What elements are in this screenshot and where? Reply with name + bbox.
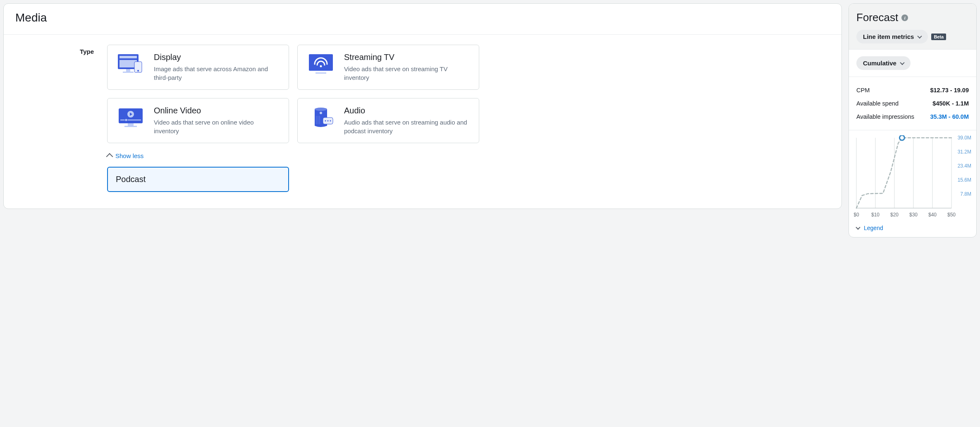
media-title: Media	[15, 11, 830, 24]
svg-point-17	[320, 112, 322, 114]
metric-label: CPM	[856, 87, 870, 94]
svg-rect-1	[120, 56, 137, 58]
dropdown-label: Cumulative	[863, 60, 896, 67]
legend-toggle[interactable]: Legend	[849, 221, 891, 237]
metric-value: $12.73 - 19.09	[930, 87, 969, 94]
svg-text:$20: $20	[890, 212, 899, 218]
svg-text:15.6M: 15.6M	[958, 177, 971, 183]
media-card-audio[interactable]: Audio Audio ads that serve on streaming …	[297, 98, 479, 143]
show-less-toggle[interactable]: Show less	[107, 152, 143, 159]
metric-label: Available spend	[856, 100, 899, 107]
beta-badge: Beta	[931, 34, 946, 40]
media-panel: Media Type	[3, 3, 842, 209]
chevron-down-icon	[900, 60, 904, 65]
info-icon[interactable]: i	[901, 14, 908, 21]
svg-point-16	[315, 108, 327, 111]
svg-text:31.2M: 31.2M	[958, 149, 971, 155]
svg-rect-4	[123, 72, 134, 73]
line-item-metrics-dropdown[interactable]: Line item metrics	[856, 30, 928, 43]
chevron-down-icon	[856, 225, 860, 230]
svg-text:39.0M: 39.0M	[958, 135, 971, 141]
svg-point-23	[327, 120, 329, 122]
media-card-streaming-tv[interactable]: Streaming TV Video ads that serve on str…	[297, 45, 479, 90]
online-video-icon	[116, 106, 146, 129]
metric-row-cpm: CPM $12.73 - 19.09	[856, 84, 969, 97]
media-card-podcast[interactable]: Podcast	[107, 167, 289, 192]
media-card-title: Streaming TV	[344, 53, 471, 62]
media-card-online-video[interactable]: Online Video Video ads that serve on onl…	[107, 98, 289, 143]
forecast-chart: $0$10$20$30$40$507.8M15.6M23.4M31.2M39.0…	[849, 130, 976, 221]
forecast-panel: Forecast i Line item metrics Beta Cumula…	[849, 3, 977, 237]
media-card-desc: Audio ads that serve on streaming audio …	[344, 118, 471, 135]
metric-value: $450K - 1.1M	[932, 100, 969, 107]
svg-rect-15	[124, 126, 137, 127]
type-label: Type	[32, 45, 94, 192]
svg-rect-7	[309, 54, 333, 71]
display-icon	[116, 53, 146, 76]
svg-text:7.8M: 7.8M	[960, 191, 971, 197]
svg-text:$40: $40	[928, 212, 937, 218]
svg-point-24	[330, 120, 331, 122]
svg-text:$0: $0	[854, 212, 859, 218]
cumulative-dropdown[interactable]: Cumulative	[856, 56, 911, 70]
media-card-title: Audio	[344, 106, 471, 115]
metric-row-spend: Available spend $450K - 1.1M	[856, 97, 969, 110]
svg-point-13	[125, 119, 127, 121]
media-card-desc: Image ads that serve across Amazon and t…	[154, 65, 280, 82]
svg-text:$50: $50	[947, 212, 956, 218]
svg-rect-3	[126, 69, 130, 72]
svg-point-43	[899, 135, 904, 140]
media-card-display[interactable]: Display Image ads that serve across Amaz…	[107, 45, 289, 90]
svg-point-22	[325, 120, 326, 122]
show-less-label: Show less	[115, 152, 143, 159]
dropdown-label: Line item metrics	[863, 33, 914, 40]
audio-icon	[306, 106, 336, 129]
metric-label: Available impressions	[856, 113, 914, 120]
svg-point-8	[320, 65, 322, 67]
media-card-desc: Video ads that serve on streaming TV inv…	[344, 65, 471, 82]
streaming-tv-icon	[306, 53, 336, 76]
metric-row-impressions: Available impressions 35.3M - 60.0M	[856, 110, 969, 123]
svg-text:$30: $30	[909, 212, 918, 218]
svg-text:23.4M: 23.4M	[958, 163, 971, 169]
svg-point-6	[137, 70, 139, 72]
svg-rect-9	[316, 72, 326, 74]
media-card-title: Podcast	[116, 175, 146, 184]
metric-value[interactable]: 35.3M - 60.0M	[930, 113, 969, 120]
media-card-title: Display	[154, 53, 280, 62]
svg-rect-14	[128, 123, 134, 126]
svg-text:$10: $10	[871, 212, 880, 218]
chevron-up-icon	[106, 153, 113, 160]
legend-label: Legend	[864, 225, 883, 231]
metrics-block: CPM $12.73 - 19.09 Available spend $450K…	[849, 77, 976, 130]
forecast-title: Forecast	[856, 11, 898, 24]
chevron-down-icon	[918, 34, 922, 38]
media-panel-header: Media	[4, 4, 841, 35]
media-card-title: Online Video	[154, 106, 280, 115]
media-card-desc: Video ads that serve on online video inv…	[154, 118, 280, 135]
